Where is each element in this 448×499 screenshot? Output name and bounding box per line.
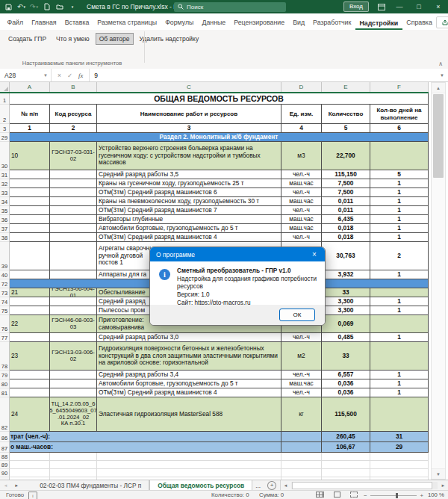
cell-D34[interactable]: маш.час <box>281 197 322 206</box>
cell-B79[interactable] <box>50 371 97 379</box>
cell-D90[interactable] <box>281 469 322 477</box>
cell-C80[interactable]: Автомобили бортовые, грузоподъемность до… <box>97 379 281 388</box>
close-button[interactable]: × <box>429 0 448 13</box>
menu-tab-вставка[interactable]: Вставка <box>60 16 93 30</box>
row-header-31[interactable]: 31 <box>0 170 10 179</box>
zoom-out-icon[interactable]: − <box>364 492 367 499</box>
qat-customize-icon[interactable]: ▾ <box>67 2 77 11</box>
cell-F79[interactable]: 1 <box>370 371 429 379</box>
cell-F81[interactable]: 1 <box>370 388 429 397</box>
cell-E34[interactable]: 0,011 <box>322 197 370 206</box>
sheet-tab[interactable]: 02-02-03 ПМ4 фундаменты - ЛСР п <box>32 480 149 490</box>
menu-tab-формулы[interactable]: Формулы <box>161 16 198 30</box>
row-header-29[interactable]: 29 <box>0 133 10 142</box>
row-header-35[interactable]: 35 <box>0 206 10 215</box>
cell-E79[interactable]: 6,557 <box>322 371 370 379</box>
cell-B77[interactable] <box>50 333 97 342</box>
ok-button[interactable]: ОК <box>279 309 315 321</box>
row-header-30[interactable]: 30 <box>0 142 10 170</box>
ribbon-button[interactable]: Об авторе <box>96 33 134 45</box>
cell-E38[interactable]: 0,018 <box>322 233 370 242</box>
formula-enter-icon[interactable]: ✓ <box>67 72 72 79</box>
cell-A90[interactable] <box>10 469 50 477</box>
cell-B78[interactable]: ГЭСН13-03-006-02 <box>50 342 97 371</box>
cell-D2[interactable]: Ед. изм. <box>281 105 322 124</box>
cell-B3[interactable]: 2 <box>50 124 97 133</box>
cell-merged-29[interactable]: Раздел 2. Монолитный ж/б фундамент <box>10 133 429 142</box>
column-header-C[interactable]: C <box>97 82 281 92</box>
cell-D37[interactable]: маш.час <box>281 224 322 233</box>
row-header-40[interactable]: 40 <box>0 270 10 279</box>
cell-B36[interactable] <box>50 215 97 224</box>
cell-D32[interactable]: маш.час <box>281 179 322 188</box>
cell-A74[interactable] <box>10 297 50 306</box>
row-header-89[interactable]: 89 <box>0 461 10 469</box>
cell-A88[interactable] <box>10 453 50 461</box>
row-header-74[interactable]: 74 <box>0 297 10 306</box>
cell-A80[interactable] <box>10 379 50 388</box>
menu-tab-разметка-страницы[interactable]: Разметка страницы <box>93 16 161 30</box>
cell-D38[interactable]: чел.-ч <box>281 233 322 242</box>
cell-F30[interactable] <box>370 142 429 170</box>
cell-A2[interactable]: № п/п <box>10 105 50 124</box>
cell-F73[interactable] <box>370 288 429 297</box>
cell-E81[interactable]: 0,036 <box>322 388 370 397</box>
cell-A89[interactable] <box>10 461 50 469</box>
cell-C36[interactable]: Вибраторы глубинные <box>97 215 281 224</box>
menu-tab-надстройки[interactable]: Надстройки <box>355 16 402 31</box>
menu-tab-файл[interactable]: Файл <box>3 16 28 30</box>
cell-D80[interactable]: маш.час <box>281 379 322 388</box>
cell-D89[interactable] <box>281 461 322 469</box>
cell-F31[interactable]: 5 <box>370 170 429 179</box>
ribbon-button[interactable]: Что я умею <box>52 33 93 45</box>
row-header-80[interactable]: 80 <box>0 379 10 388</box>
row-header-77[interactable]: 77 <box>0 333 10 342</box>
open-folder-icon[interactable] <box>55 2 64 11</box>
cell-F32[interactable]: 1 <box>370 179 429 188</box>
ribbon-display-options-icon[interactable] <box>378 4 390 10</box>
cell-B88[interactable] <box>50 453 97 461</box>
row-header-76[interactable]: 76 <box>0 315 10 333</box>
cell-C2[interactable]: Наименование работ и ресурсов <box>97 105 281 124</box>
select-all-corner[interactable] <box>0 82 10 92</box>
cell-C82[interactable]: Эластичная гидроизоляция MasterSeal 588 <box>97 397 281 432</box>
cell-D87[interactable] <box>281 442 322 453</box>
row-header-79[interactable]: 79 <box>0 371 10 379</box>
cell-F35[interactable]: 1 <box>370 206 429 215</box>
sign-in-button[interactable]: Вход <box>343 1 369 12</box>
cell-A36[interactable] <box>10 215 50 224</box>
cell-B35[interactable] <box>50 206 97 215</box>
share-button[interactable]: Поделиться <box>436 16 448 28</box>
ribbon-button[interactable]: Удалить надстройку <box>136 33 203 45</box>
column-header-B[interactable]: B <box>50 82 97 92</box>
row-header-72[interactable]: 72 <box>0 279 10 288</box>
cell-merged-1[interactable]: ОБЩАЯ ВЕДОМОСТЬ РЕСУРСОВ <box>10 93 429 105</box>
cell-A79[interactable] <box>10 371 50 379</box>
cell-F36[interactable]: 1 <box>370 215 429 224</box>
cell-D31[interactable]: чел.-ч <box>281 170 322 179</box>
cell-B32[interactable] <box>50 179 97 188</box>
cell-A3[interactable]: 1 <box>10 124 50 133</box>
cell-A33[interactable] <box>10 188 50 197</box>
collapse-ribbon-icon[interactable]: ∧ <box>438 61 443 67</box>
cell-F39[interactable]: 2 <box>370 242 429 270</box>
more-sheets-button[interactable]: ... <box>252 480 264 490</box>
cell-E37[interactable]: 0,018 <box>322 224 370 233</box>
cell-E74[interactable]: 3,300 <box>322 297 370 306</box>
cell-A78[interactable]: 23 <box>10 342 50 371</box>
cell-B80[interactable] <box>50 379 97 388</box>
cell-B90[interactable] <box>50 469 97 477</box>
cell-E3[interactable]: 5 <box>322 124 370 133</box>
scroll-down-icon[interactable]: ▼ <box>432 468 445 479</box>
cell-C88[interactable] <box>97 453 281 461</box>
cell-E2[interactable]: Количество <box>322 105 370 124</box>
cell-E40[interactable]: 3,932 <box>322 270 370 279</box>
row-header-82[interactable]: 82 <box>0 397 10 432</box>
zoom-slider-thumb[interactable] <box>396 493 398 498</box>
cell-F90[interactable] <box>370 469 429 477</box>
cell-E90[interactable] <box>322 469 370 477</box>
cell-B37[interactable] <box>50 224 97 233</box>
cell-F38[interactable]: 1 <box>370 233 429 242</box>
cell-E30[interactable]: 22,700 <box>322 142 370 170</box>
cell-F76[interactable] <box>370 315 429 333</box>
